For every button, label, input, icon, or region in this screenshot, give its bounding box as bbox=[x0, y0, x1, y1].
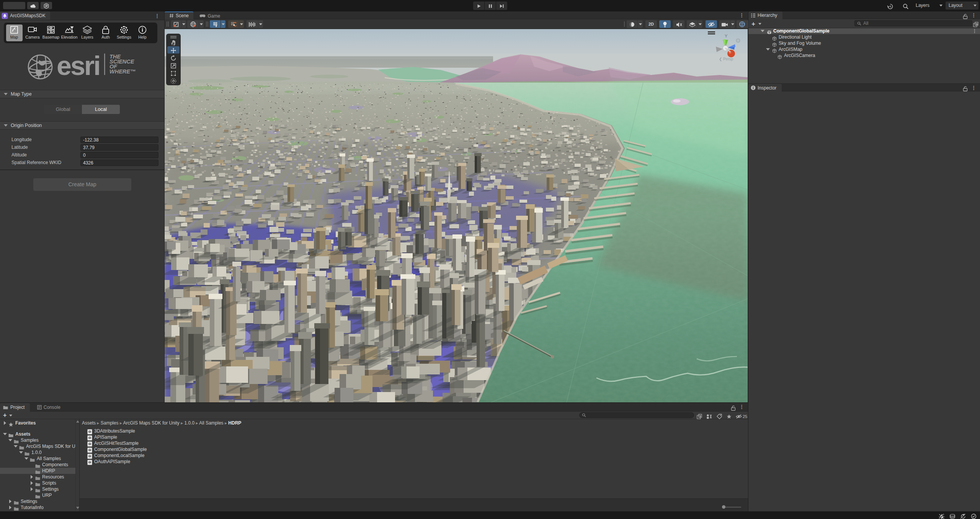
svg-text:❮ Persp: ❮ Persp bbox=[719, 57, 733, 62]
svg-text:Y: Y bbox=[725, 34, 728, 38]
svg-text:WHERE™: WHERE™ bbox=[109, 68, 136, 75]
svg-text:esri: esri bbox=[57, 52, 100, 81]
svg-text:Y: Y bbox=[215, 24, 217, 28]
